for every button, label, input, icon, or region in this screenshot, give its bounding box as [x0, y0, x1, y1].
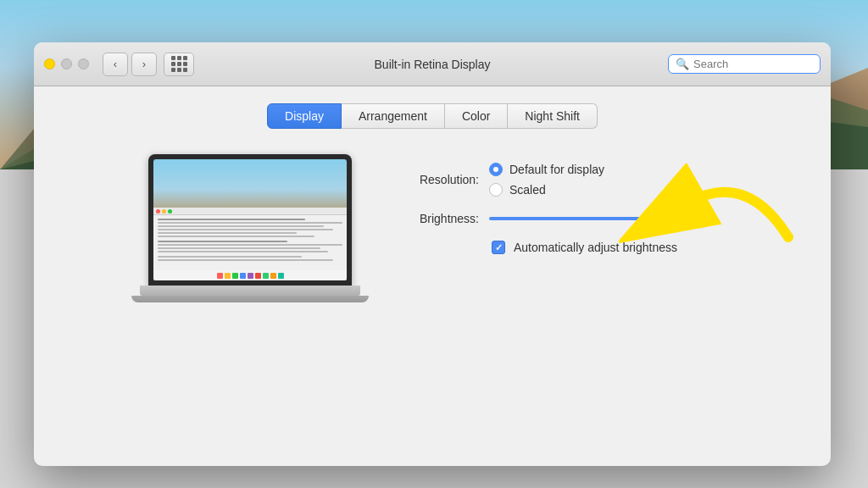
resolution-radio-group: Default for display Scaled [489, 163, 604, 197]
resolution-scaled-label: Scaled [509, 183, 546, 197]
resolution-scaled-option[interactable]: Scaled [489, 183, 604, 197]
forward-button[interactable]: › [131, 53, 157, 76]
forward-icon: › [142, 58, 146, 70]
titlebar: ‹ › Built-in Retina Display 🔍 [34, 42, 831, 86]
auto-brightness-row[interactable]: ✓ Automatically adjust brightness [492, 241, 733, 254]
brightness-slider[interactable] [489, 217, 709, 220]
settings-panel: Resolution: Default for display Scaled [394, 154, 733, 254]
tabs: Display Arrangement Color Night Shift [267, 103, 598, 129]
checkmark-icon: ✓ [495, 243, 503, 252]
auto-brightness-label: Automatically adjust brightness [514, 241, 677, 254]
back-button[interactable]: ‹ [103, 53, 128, 76]
grid-icon [171, 56, 187, 72]
grid-button[interactable] [164, 53, 194, 76]
close-button[interactable] [78, 58, 89, 69]
brightness-row: Brightness: [394, 212, 733, 225]
search-input[interactable] [693, 58, 813, 70]
tab-color[interactable]: Color [445, 103, 508, 129]
back-icon: ‹ [114, 58, 117, 70]
preferences-window: ‹ › Built-in Retina Display 🔍 Display Ar… [34, 42, 831, 466]
minimize-button[interactable] [44, 58, 55, 69]
resolution-default-option[interactable]: Default for display [489, 163, 604, 176]
nav-buttons: ‹ › [103, 53, 157, 76]
resolution-default-radio[interactable] [489, 163, 503, 176]
search-icon: 🔍 [676, 58, 689, 70]
macbook [131, 154, 369, 324]
resolution-row: Resolution: Default for display Scaled [394, 163, 733, 197]
brightness-thumb[interactable] [694, 212, 708, 225]
tab-display[interactable]: Display [267, 103, 342, 129]
auto-brightness-checkbox[interactable]: ✓ [492, 241, 505, 254]
content-area: Display Arrangement Color Night Shift [34, 86, 831, 341]
window-title: Built-in Retina Display [375, 58, 491, 71]
search-bar[interactable]: 🔍 [668, 54, 821, 74]
display-row: Resolution: Default for display Scaled [59, 154, 805, 324]
zoom-button[interactable] [61, 58, 72, 69]
macbook-illustration [131, 154, 369, 324]
tab-night-shift[interactable]: Night Shift [508, 103, 598, 129]
resolution-label: Resolution: [394, 173, 479, 186]
traffic-lights [44, 58, 89, 69]
resolution-scaled-radio[interactable] [489, 183, 503, 197]
resolution-default-label: Default for display [509, 163, 604, 176]
brightness-label: Brightness: [394, 212, 479, 225]
tab-arrangement[interactable]: Arrangement [342, 103, 445, 129]
